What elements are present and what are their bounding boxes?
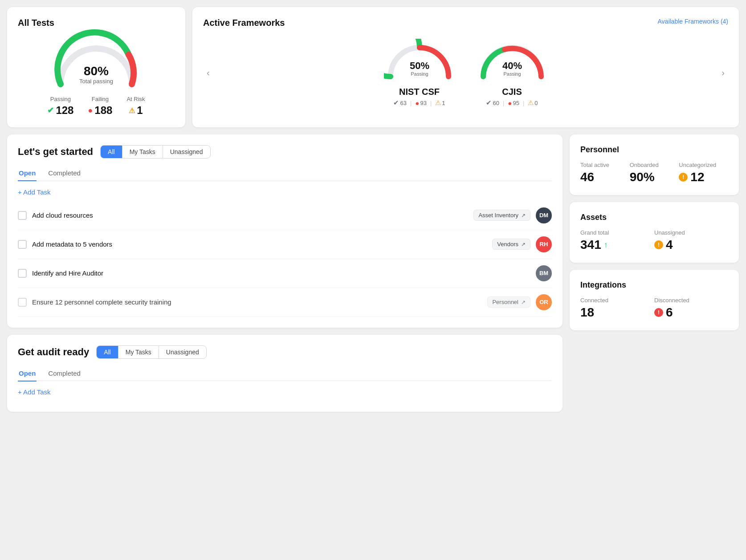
task-avatar: DM (536, 207, 552, 223)
task-checkbox[interactable] (18, 211, 27, 220)
stat-assets-unassigned: Unassigned ! 4 (654, 229, 728, 252)
lets-get-started-header: Let's get started All My Tasks Unassigne… (18, 145, 552, 158)
filter-all-button[interactable]: All (101, 146, 122, 158)
stat-onboarded: Onboarded 90% (630, 162, 679, 184)
tasks-column: Let's get started All My Tasks Unassigne… (7, 134, 563, 412)
cjis-gauge-svg: 40% Passing (477, 39, 548, 83)
available-frameworks-link[interactable]: Available Frameworks (4) (658, 18, 728, 25)
svg-text:40%: 40% (502, 60, 522, 71)
task-avatar: RH (536, 236, 552, 252)
grand-total-value: 341 ↑ (580, 238, 654, 252)
tab-completed[interactable]: Completed (47, 166, 82, 181)
audit-tab-open[interactable]: Open (18, 366, 37, 381)
lets-get-started-card: Let's get started All My Tasks Unassigne… (7, 134, 563, 328)
task-name: Ensure 12 personnel complete security tr… (32, 298, 482, 306)
nist-check-icon: ✔ (393, 99, 399, 107)
stat-atrisk-value: ⚠ 1 (129, 104, 143, 117)
active-frameworks-card: Active Frameworks Available Frameworks (… (192, 7, 739, 127)
get-audit-ready-header: Get audit ready All My Tasks Unassigned (18, 345, 552, 359)
audit-add-task-button[interactable]: + Add Task (18, 388, 51, 396)
framework-item-nist: 50% Passing NIST CSF ✔ 63 | ● 93 | ⚠ 1 (384, 39, 455, 107)
trend-up-icon: ↑ (604, 240, 608, 250)
integrations-card: Integrations Connected 18 Disconnected !… (570, 270, 739, 330)
err-circle-icon: ! (654, 308, 663, 317)
external-link-icon: ↗ (521, 241, 526, 248)
tab-open[interactable]: Open (18, 166, 37, 181)
audit-filter-unassigned-button[interactable]: Unassigned (159, 346, 206, 358)
personnel-title: Personnel (580, 145, 728, 154)
task-row: Identify and Hire Auditor BM (18, 259, 552, 288)
all-tests-stats: Passing ✔ 128 Failing ● 188 At Risk ⚠ 1 (18, 96, 175, 117)
task-tag[interactable]: Asset Inventory ↗ (473, 210, 530, 221)
framework-item-cjis: 40% Passing CJIS ✔ 60 | ● 95 | ⚠ 0 (477, 39, 548, 107)
get-audit-ready-card: Get audit ready All My Tasks Unassigned … (7, 335, 563, 412)
task-tag[interactable]: Personnel ↗ (487, 296, 530, 308)
task-list: Add cloud resources Asset Inventory ↗ DM… (18, 201, 552, 317)
filter-unassigned-button[interactable]: Unassigned (163, 146, 210, 158)
audit-filter-my-tasks-button[interactable]: My Tasks (118, 346, 159, 358)
task-tag[interactable]: Vendors ↗ (492, 239, 530, 250)
onboarded-label: Onboarded (630, 162, 679, 168)
stat-failing-label: Failing (92, 96, 109, 102)
stat-uncategorized: Uncategorized ! 12 (679, 162, 728, 184)
cjis-name: CJIS (502, 87, 522, 97)
lets-get-started-tabs: Open Completed (18, 166, 552, 181)
cjis-warn-icon: ⚠ (528, 99, 534, 107)
uncategorized-label: Uncategorized (679, 162, 728, 168)
svg-text:Passing: Passing (411, 71, 428, 77)
task-name: Add metadata to 5 vendors (32, 240, 487, 248)
svg-text:Passing: Passing (503, 71, 521, 77)
task-name: Identify and Hire Auditor (32, 269, 530, 277)
get-audit-ready-tabs: Open Completed (18, 366, 552, 381)
stat-passing: Passing ✔ 128 (47, 96, 73, 117)
audit-tab-completed[interactable]: Completed (47, 366, 82, 381)
stat-at-risk: At Risk ⚠ 1 (126, 96, 145, 117)
add-task-button[interactable]: + Add Task (18, 188, 51, 196)
stat-disconnected: Disconnected ! 6 (654, 297, 728, 320)
all-tests-gauge-svg: 80% Total passing (52, 35, 141, 89)
task-checkbox[interactable] (18, 298, 27, 307)
nist-warn-icon: ⚠ (435, 99, 441, 107)
task-checkbox[interactable] (18, 269, 27, 278)
total-active-value: 46 (580, 170, 630, 184)
assets-card: Assets Grand total 341 ↑ Unassigned ! 4 (570, 202, 739, 263)
carousel-next-button[interactable]: › (718, 64, 728, 81)
task-row: Add cloud resources Asset Inventory ↗ DM (18, 201, 552, 230)
nist-info-icon: ● (415, 99, 419, 107)
nist-check: ✔ 63 (393, 99, 406, 107)
task-tag-label: Vendors (497, 241, 518, 248)
failing-icon: ● (88, 106, 93, 115)
assets-warn-icon: ! (654, 240, 663, 249)
all-tests-title: All Tests (18, 18, 175, 28)
stat-grand-total: Grand total 341 ↑ (580, 229, 654, 252)
all-tests-percent: 80% (84, 64, 109, 78)
audit-filter-all-button[interactable]: All (97, 346, 118, 358)
frameworks-carousel: ‹ 50% Passing NIST CSF ✔ 63 | ● 9 (203, 39, 728, 107)
task-avatar: BM (536, 265, 552, 281)
integrations-title: Integrations (580, 280, 728, 290)
task-tag-label: Asset Inventory (478, 212, 518, 219)
warn-circle-icon: ! (679, 173, 688, 182)
cjis-info: ● 95 (508, 99, 519, 107)
passing-icon: ✔ (47, 106, 54, 115)
uncategorized-value: ! 12 (679, 170, 728, 184)
filter-my-tasks-button[interactable]: My Tasks (122, 146, 163, 158)
all-tests-card: All Tests 80% Total passing Passing ✔ 12… (7, 7, 185, 127)
atrisk-icon: ⚠ (129, 106, 135, 115)
stat-atrisk-label: At Risk (126, 96, 145, 102)
connected-value: 18 (580, 305, 654, 320)
nist-stats: ✔ 63 | ● 93 | ⚠ 1 (393, 99, 445, 107)
nist-gauge-svg: 50% Passing (384, 39, 455, 83)
stat-passing-label: Passing (50, 96, 71, 102)
cjis-check: ✔ 60 (486, 99, 499, 107)
nist-warn: ⚠ 1 (435, 99, 445, 107)
connected-label: Connected (580, 297, 654, 304)
get-audit-ready-filters: All My Tasks Unassigned (96, 345, 207, 359)
onboarded-value: 90% (630, 170, 679, 184)
task-checkbox[interactable] (18, 240, 27, 249)
personnel-card: Personnel Total active 46 Onboarded 90% … (570, 134, 739, 195)
stat-failing: Failing ● 188 (88, 96, 112, 117)
assets-unassigned-label: Unassigned (654, 229, 728, 236)
carousel-prev-button[interactable]: ‹ (203, 64, 213, 81)
external-link-icon: ↗ (521, 212, 526, 219)
